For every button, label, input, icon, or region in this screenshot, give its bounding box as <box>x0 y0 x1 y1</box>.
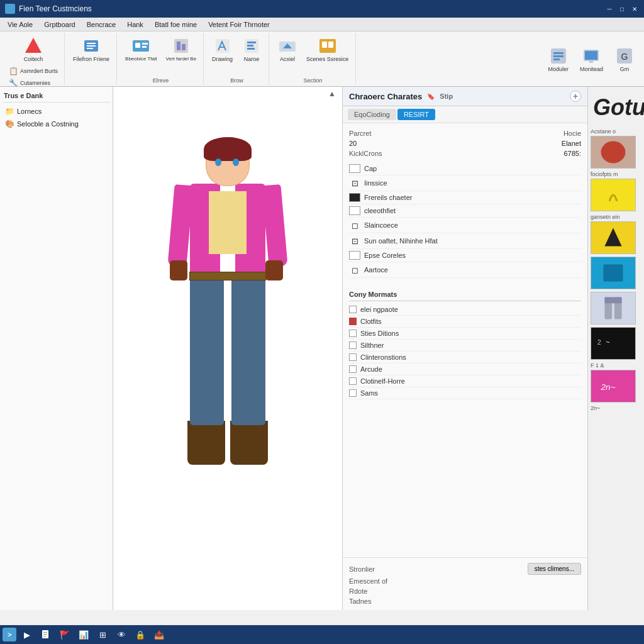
ribbon-btn-moduler[interactable]: Moduler <box>545 44 572 74</box>
cb-row-clinterons[interactable]: Clinteronstions <box>349 352 581 364</box>
svg-rect-12 <box>182 44 186 50</box>
gm-icon: G <box>614 46 635 66</box>
cb-clinterons[interactable] <box>349 353 357 361</box>
cb-clotfits[interactable] <box>349 318 357 325</box>
slot-cap[interactable]: Cap <box>349 162 581 175</box>
tab-resirt[interactable]: RESIRT <box>397 109 435 120</box>
ribbon-btn-filefron[interactable]: Filefron Friene <box>70 34 113 64</box>
svg-point-34 <box>601 142 626 164</box>
slot-aartoce[interactable]: ◻ Aartoce <box>349 262 581 278</box>
ribbon-btn-scenes[interactable]: Scenes Ssresice <box>303 34 352 64</box>
char-shirt <box>209 191 247 254</box>
cb-row-silthner[interactable]: Silthner <box>349 340 581 352</box>
tree-item-lornecs[interactable]: 📁 Lornecs <box>3 105 110 118</box>
tab-eqo[interactable]: EqoCioding <box>348 109 396 120</box>
minimize-button[interactable]: ─ <box>605 4 614 13</box>
char-boot-left <box>187 421 225 465</box>
swatch-5[interactable] <box>591 292 636 325</box>
ribbon-btn-connect[interactable]: Coitech <box>20 34 47 64</box>
svg-rect-30 <box>589 61 593 63</box>
moduler-label: Moduler <box>548 66 569 72</box>
menu-item-btatl[interactable]: Btatl foe mine <box>150 19 202 30</box>
connect-icon <box>23 36 43 56</box>
taskbar-btn-chart[interactable]: 📊 <box>75 628 92 641</box>
cb-row-clotfits[interactable]: Clotfits <box>349 316 581 328</box>
slot-cleeoth[interactable]: cleeothfiet <box>349 204 581 218</box>
taskbar-btn-flag[interactable]: 🚩 <box>57 628 73 641</box>
slot-sun[interactable]: ⊡ Sun oaftet, Nihinhe Hfat <box>349 233 581 249</box>
panel-tab2-text: 🔖 <box>427 93 435 100</box>
tree-header: Trus e Dank <box>3 89 110 103</box>
ribbon-group-elreve: Bbeobice Tfall Vert fardel Be Elreve <box>118 33 204 85</box>
info-row-parcret: Parcret Hocie <box>349 128 581 138</box>
cb-sties[interactable] <box>349 330 357 337</box>
ribbon-btn-acxiel[interactable]: Acxiel <box>274 34 301 64</box>
left-panel: Trus e Dank 📁 Lornecs 🎨 Selocble a Costn… <box>0 87 113 610</box>
cb-row-sams[interactable]: Sams <box>349 387 581 399</box>
svg-rect-23 <box>328 42 333 48</box>
menu-item-bencrace[interactable]: Bencrace <box>82 19 121 30</box>
moduler-icon <box>548 46 569 66</box>
maximize-button[interactable]: □ <box>618 4 626 13</box>
taskbar-start-button[interactable]: > <box>3 628 16 641</box>
taskbar-btn-upload[interactable]: 📤 <box>151 628 167 641</box>
svg-rect-5 <box>87 48 93 49</box>
taskbar: > ▶ 🚩 📊 ⊞ 👁 🔒 📤 <box>0 625 644 644</box>
svg-rect-25 <box>553 52 564 54</box>
taskbar-btn-doc[interactable] <box>38 628 54 641</box>
taskbar-btn-play[interactable]: ▶ <box>19 628 35 641</box>
cb-clotinelf[interactable] <box>349 377 357 385</box>
ribbon-btn-gm[interactable]: G Gm <box>611 44 638 74</box>
slot-iinssice[interactable]: ⊡ Iinssice <box>349 175 581 191</box>
slot-epse[interactable]: Epse Coreles <box>349 249 581 262</box>
ribbon-btn-asmrdert[interactable]: 📋 Asmrdert Burts <box>6 65 60 77</box>
menu-item-hank[interactable]: Hank <box>122 19 148 30</box>
cb-sams[interactable] <box>349 389 357 397</box>
tree-item-selocble[interactable]: 🎨 Selocble a Costning <box>3 118 110 130</box>
taskbar-btn-lock[interactable]: 🔒 <box>132 628 148 641</box>
char-left-leg <box>190 280 224 425</box>
char-right-arm <box>262 184 287 267</box>
swatch-label-2n: 2n~ <box>591 405 641 411</box>
menu-item-vieaole[interactable]: Vie Aole <box>3 19 38 30</box>
ribbon-group-section: Acxiel Scenes Ssresice Section <box>270 33 356 85</box>
ribbon-btn-vert[interactable]: Vert fardel Be <box>163 34 199 64</box>
cb-arcude[interactable] <box>349 365 357 373</box>
collapse-arrow[interactable]: ▲ <box>328 89 336 98</box>
swatch-7[interactable]: 2n~ <box>591 370 636 402</box>
close-button[interactable]: ✕ <box>630 4 639 13</box>
ribbon-btn-monitead[interactable]: Monitead <box>577 44 606 74</box>
slot-slaincoece[interactable]: ◻ Slaincoece <box>349 218 581 233</box>
cb-silthner[interactable] <box>349 341 357 349</box>
swatch-6[interactable]: 2 ~ <box>591 327 636 360</box>
taskbar-btn-grid[interactable]: ⊞ <box>94 628 111 641</box>
taskbar-btn-eye[interactable]: 👁 <box>113 628 130 641</box>
menu-item-grptboard[interactable]: Grptboard <box>39 19 80 30</box>
ribbon-btn-bbeobice[interactable]: Bbeobice Tfall <box>122 34 160 64</box>
slot-frereils[interactable]: Frereils chaeter <box>349 191 581 204</box>
ribbon: Coitech 📋 Asmrdert Burts 🔧 Cutamenies 👁 … <box>0 31 644 87</box>
cb-row-arcude[interactable]: Arcude <box>349 364 581 375</box>
svg-rect-11 <box>177 42 180 50</box>
add-slot-button[interactable]: + <box>570 91 581 102</box>
cb-row-sties[interactable]: Sties Ditions <box>349 328 581 340</box>
svg-text:2: 2 <box>597 338 601 346</box>
info-row-values: 20 Elanet <box>349 138 581 148</box>
ribbon-btn-naroe[interactable]: Naroe <box>238 34 265 64</box>
swatch-2[interactable] <box>591 179 636 211</box>
cutamenies-icon: 🔧 <box>9 79 18 87</box>
tadnes-label: Tadnes <box>349 597 371 605</box>
menu-item-vetent[interactable]: Vetent Foir Thrnoter <box>203 19 275 30</box>
slot-epse-icon <box>349 251 360 260</box>
footer-stronlier-row: Stronlier stes climens... <box>349 563 581 575</box>
swatch-4[interactable] <box>591 257 636 289</box>
ribbon-btn-drawing[interactable]: Drawing <box>209 34 236 64</box>
swatch-3[interactable] <box>591 221 636 254</box>
cb-row-clotinelf[interactable]: Clotinelf-Horre <box>349 375 581 387</box>
stes-climens-button[interactable]: stes climens... <box>528 563 581 575</box>
cb-elngi[interactable] <box>349 306 357 313</box>
acxiel-icon <box>277 36 297 56</box>
element-of-label: Emescent of <box>349 577 387 585</box>
swatch-1[interactable] <box>591 136 636 169</box>
cb-row-elngi[interactable]: elei ngpaote <box>349 304 581 316</box>
